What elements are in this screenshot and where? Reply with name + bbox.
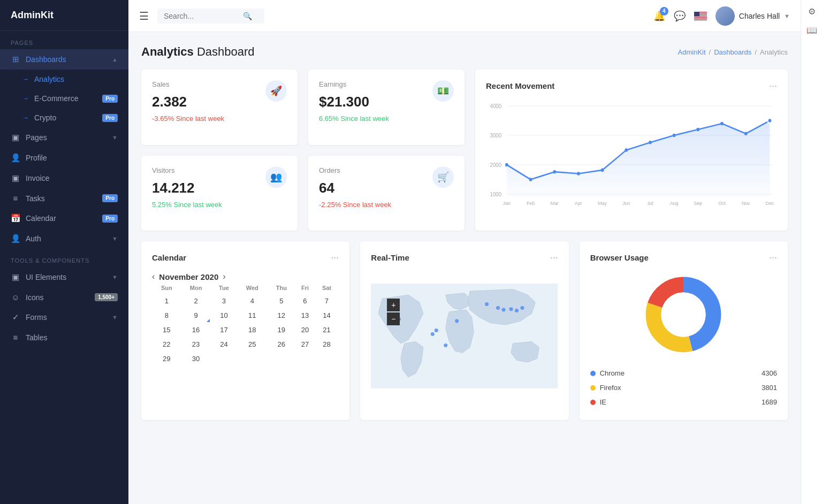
language-flag[interactable] bbox=[694, 12, 707, 20]
cal-day[interactable]: 12 bbox=[268, 309, 294, 322]
sidebar-item-tasks[interactable]: ≡ Tasks Pro bbox=[0, 188, 128, 208]
cal-day[interactable]: 25 bbox=[237, 338, 267, 351]
sidebar-item-ui-elements[interactable]: ▣ UI Elements ▼ bbox=[0, 267, 128, 287]
cal-day[interactable]: 22 bbox=[153, 338, 180, 351]
calendar-card: Calendar ··· ‹ November 2020 › Sun Mon bbox=[141, 241, 349, 420]
chart-more-button[interactable]: ··· bbox=[769, 80, 777, 91]
book-icon[interactable]: 📖 bbox=[806, 25, 817, 35]
cal-day[interactable]: 9 bbox=[181, 309, 211, 322]
bottom-row: Calendar ··· ‹ November 2020 › Sun Mon bbox=[141, 241, 788, 420]
orders-change: -2.25% Since last week bbox=[319, 201, 391, 209]
sidebar-item-analytics[interactable]: → Analytics bbox=[0, 70, 128, 89]
svg-text:4000: 4000 bbox=[490, 103, 502, 110]
cal-day[interactable]: 6 bbox=[295, 294, 314, 308]
svg-rect-5 bbox=[694, 18, 707, 18]
breadcrumb-adminkit[interactable]: AdminKit bbox=[678, 48, 706, 56]
realtime-card: Real-Time ··· + − bbox=[360, 241, 568, 420]
cal-day[interactable]: 8 bbox=[153, 309, 180, 322]
cal-day[interactable]: 3 bbox=[212, 294, 237, 308]
cal-day[interactable]: 20 bbox=[295, 323, 314, 337]
message-icon[interactable]: 💬 bbox=[674, 10, 686, 22]
sidebar-item-invoice[interactable]: ▣ Invoice bbox=[0, 168, 128, 188]
cal-day[interactable] bbox=[181, 366, 211, 372]
sidebar-item-icons[interactable]: ☺ Icons 1,500+ bbox=[0, 287, 128, 307]
sidebar-item-label: Forms bbox=[26, 313, 112, 322]
sidebar-item-label: Analytics bbox=[34, 75, 118, 83]
cal-day[interactable] bbox=[295, 352, 314, 365]
realtime-more-button[interactable]: ··· bbox=[550, 252, 558, 263]
cal-day[interactable] bbox=[316, 352, 338, 365]
map-zoom-out-button[interactable]: − bbox=[387, 312, 400, 325]
cal-day[interactable]: 17 bbox=[212, 323, 237, 337]
auth-icon: 👤 bbox=[11, 234, 20, 243]
cal-day[interactable]: 4 bbox=[237, 294, 267, 308]
cal-day[interactable]: 19 bbox=[268, 323, 294, 337]
cal-day[interactable] bbox=[237, 352, 267, 365]
realtime-title: Real-Time bbox=[371, 253, 409, 262]
cal-day[interactable]: 7 bbox=[316, 294, 338, 308]
sidebar-item-crypto[interactable]: → Crypto Pro bbox=[0, 108, 128, 127]
cal-day[interactable]: 28 bbox=[316, 338, 338, 351]
cal-day[interactable] bbox=[295, 366, 314, 372]
sidebar-item-ecommerce[interactable]: → E-Commerce Pro bbox=[0, 89, 128, 108]
cal-day[interactable] bbox=[212, 352, 237, 365]
firefox-dot bbox=[590, 385, 596, 391]
sidebar-item-forms[interactable]: ✓ Forms ▼ bbox=[0, 307, 128, 327]
cal-day[interactable] bbox=[237, 366, 267, 372]
ie-label: IE bbox=[600, 398, 606, 406]
settings-icon[interactable]: ⚙ bbox=[808, 6, 816, 17]
cal-day[interactable]: 14 bbox=[316, 309, 338, 322]
cal-day[interactable]: 16 bbox=[181, 323, 211, 337]
page-content: Analytics Dashboard AdminKit / Dashboard… bbox=[128, 32, 801, 504]
chart-title: Recent Movement bbox=[486, 81, 554, 90]
sidebar-item-calendar[interactable]: 📅 Calendar Pro bbox=[0, 208, 128, 228]
cal-prev-button[interactable]: ‹ bbox=[152, 272, 155, 281]
cal-day[interactable]: 1 bbox=[153, 294, 180, 308]
calendar-more-button[interactable]: ··· bbox=[331, 252, 339, 263]
cal-day[interactable]: 5 bbox=[268, 294, 294, 308]
donut-chart-svg bbox=[641, 272, 726, 357]
section-label-tools: Tools & Components bbox=[0, 249, 128, 267]
user-menu[interactable]: Charles Hall ▼ bbox=[716, 6, 790, 26]
cal-day[interactable]: 24 bbox=[212, 338, 237, 351]
breadcrumb-sep: / bbox=[755, 48, 757, 56]
realtime-header: Real-Time ··· bbox=[371, 252, 558, 263]
notification-button[interactable]: 🔔 4 bbox=[653, 10, 665, 22]
cal-day[interactable] bbox=[268, 366, 294, 372]
cal-day[interactable] bbox=[316, 366, 338, 372]
search-input[interactable] bbox=[164, 12, 239, 20]
visitors-value: 14.212 bbox=[152, 180, 222, 196]
chevron-up-icon: ▲ bbox=[112, 56, 118, 63]
cal-day[interactable]: 2 bbox=[181, 294, 211, 308]
right-sidebar: ⚙ 📖 bbox=[801, 0, 822, 504]
svg-point-51 bbox=[444, 343, 448, 347]
cal-day[interactable]: 29 bbox=[153, 352, 180, 365]
cal-day[interactable]: 21 bbox=[316, 323, 338, 337]
sidebar-item-dashboards[interactable]: ⊞ Dashboards ▲ bbox=[0, 49, 128, 70]
sidebar-item-auth[interactable]: 👤 Auth ▼ bbox=[0, 228, 128, 249]
browser-more-button[interactable]: ··· bbox=[769, 252, 777, 263]
sidebar-item-pages[interactable]: ▣ Pages ▼ bbox=[0, 127, 128, 148]
breadcrumb-dashboards[interactable]: Dashboards bbox=[714, 48, 751, 56]
cal-day[interactable]: 10 bbox=[212, 309, 237, 322]
cal-day[interactable]: 15 bbox=[153, 323, 180, 337]
svg-point-20 bbox=[601, 169, 604, 172]
menu-toggle-icon[interactable]: ☰ bbox=[139, 10, 149, 22]
visitors-change: 5.25% Since last week bbox=[152, 201, 222, 209]
sidebar-item-label: Calendar bbox=[26, 214, 102, 223]
cal-day[interactable] bbox=[153, 366, 180, 372]
cal-day[interactable]: 27 bbox=[295, 338, 314, 351]
cal-day[interactable]: 11 bbox=[237, 309, 267, 322]
map-zoom-in-button[interactable]: + bbox=[387, 299, 400, 311]
cal-next-button[interactable]: › bbox=[223, 272, 225, 281]
cal-day[interactable]: 30 bbox=[181, 352, 211, 365]
cal-day[interactable] bbox=[268, 352, 294, 365]
sidebar-item-profile[interactable]: 👤 Profile bbox=[0, 148, 128, 168]
svg-point-46 bbox=[496, 306, 500, 310]
cal-day[interactable]: 18 bbox=[237, 323, 267, 337]
sidebar-item-tables[interactable]: ≡ Tables bbox=[0, 327, 128, 347]
cal-day[interactable]: 13 bbox=[295, 309, 314, 322]
cal-day[interactable]: 26 bbox=[268, 338, 294, 351]
cal-day[interactable]: 23 bbox=[181, 338, 211, 351]
cal-day[interactable] bbox=[212, 366, 237, 372]
